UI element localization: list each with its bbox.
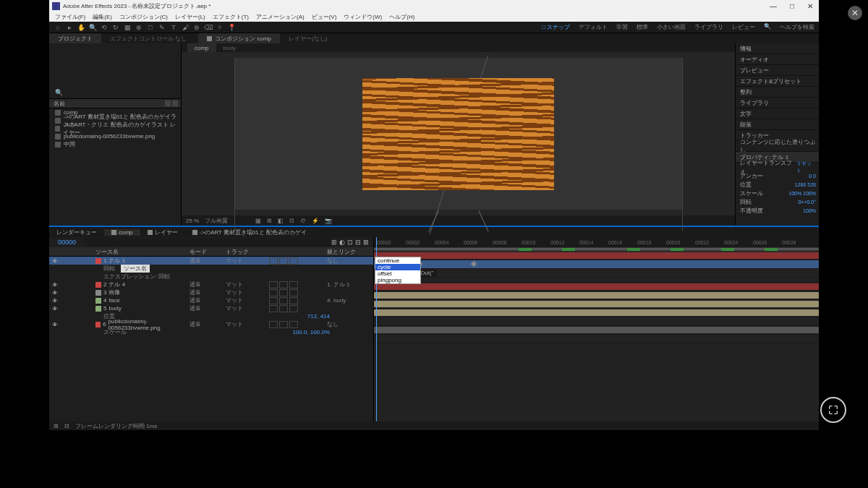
workspace-small[interactable]: 小さい画面 — [657, 23, 686, 31]
switch[interactable] — [279, 257, 288, 265]
switch[interactable] — [289, 257, 298, 265]
tab-project[interactable]: プロジェクト — [49, 33, 101, 43]
blend-mode[interactable]: 通常 — [190, 288, 226, 296]
footer-icon[interactable]: ⊞ — [54, 423, 59, 429]
label-color[interactable] — [95, 322, 101, 328]
dropdown-item[interactable]: pingpong — [375, 277, 420, 283]
layer-name[interactable]: body — [109, 305, 121, 312]
viewer-icon[interactable]: ⏱ — [300, 218, 306, 224]
eye-icon[interactable]: 👁 — [52, 290, 58, 296]
menu-help[interactable]: ヘルプ(H) — [389, 13, 414, 21]
camera-tool-icon[interactable]: ▦ — [123, 23, 132, 32]
track-matte[interactable]: マット — [226, 304, 269, 312]
eye-icon[interactable]: 👁 — [52, 298, 58, 304]
dropdown-item[interactable]: offset — [375, 270, 420, 277]
hand-tool-icon[interactable]: ✋ — [77, 23, 85, 32]
menu-animation[interactable]: アニメーション(A) — [256, 13, 305, 21]
search-icon[interactable]: 🔍 — [764, 23, 771, 31]
switch[interactable] — [269, 289, 278, 296]
switch[interactable] — [279, 289, 288, 296]
switch[interactable] — [289, 289, 298, 296]
timeline-search[interactable] — [85, 238, 331, 247]
switch[interactable] — [269, 297, 278, 304]
tl-icon[interactable]: ⊠ — [363, 239, 369, 246]
menu-effect[interactable]: エフェクト(T) — [213, 13, 249, 21]
dropdown-item-selected[interactable]: cycle — [375, 264, 420, 270]
panel-info[interactable]: 情報 — [736, 43, 819, 54]
blend-mode[interactable]: 通常 — [190, 320, 226, 328]
loopout-dropdown[interactable]: continue cycle offset pingpong — [375, 257, 421, 284]
blend-mode[interactable]: 通常 — [190, 257, 226, 265]
blend-mode[interactable]: 通常 — [190, 304, 226, 312]
eraser-tool-icon[interactable]: ⌫ — [204, 23, 213, 32]
text-tool-icon[interactable]: T — [169, 23, 178, 32]
switch[interactable] — [269, 321, 278, 328]
comp-tab-comp[interactable]: comp — [187, 43, 216, 52]
minimize-button[interactable]: — — [770, 2, 777, 10]
zoom-level[interactable]: 25 % — [186, 218, 199, 224]
close-button[interactable]: ✕ — [807, 2, 813, 10]
col-source[interactable]: ソース名 — [95, 248, 190, 256]
tl-icon[interactable]: ⊟ — [355, 239, 361, 246]
property-value[interactable]: 712, 414 — [307, 313, 373, 320]
proj-btn1[interactable] — [165, 100, 171, 106]
tab-layer[interactable]: レイヤー(なし) — [280, 33, 336, 43]
footer-icon[interactable]: ⊟ — [64, 423, 69, 429]
tab-render-queue[interactable]: レンダーキュー — [49, 228, 104, 236]
workspace-default[interactable]: デフォルト — [579, 23, 608, 31]
panel-paragraph[interactable]: 段落 — [736, 119, 819, 130]
fullscreen-button[interactable] — [820, 397, 846, 423]
layer-row[interactable]: 👁 3画像 通常 マット — [49, 288, 373, 296]
roto-tool-icon[interactable]: ✧ — [216, 23, 224, 32]
property-value[interactable]: 100.0, 100.0% — [292, 329, 373, 335]
anchor-tool-icon[interactable]: ⊕ — [135, 23, 143, 32]
property-name[interactable]: スケール — [103, 328, 127, 336]
label-color[interactable] — [95, 282, 101, 288]
panel-library[interactable]: ライブラリ — [736, 98, 819, 108]
tl-icon[interactable]: ◐ — [339, 239, 345, 246]
label-color[interactable] — [95, 258, 101, 264]
switch[interactable] — [279, 281, 288, 288]
camera-icon[interactable]: 📷 — [325, 218, 332, 224]
snap-toggle[interactable]: □ スナップ — [542, 23, 570, 31]
project-item[interactable]: 中国 — [49, 140, 181, 148]
quality-select[interactable]: フル画質 — [205, 217, 228, 225]
eye-icon[interactable]: 👁 — [52, 322, 58, 328]
blend-mode[interactable]: 通常 — [190, 281, 226, 288]
panel-align[interactable]: 整列 — [736, 87, 819, 98]
selection-tool-icon[interactable]: ▸ — [65, 23, 74, 32]
parent-link[interactable]: なし — [327, 257, 373, 265]
switch[interactable] — [289, 297, 298, 304]
rename-field[interactable]: ソース名 — [121, 265, 150, 273]
puppet-tool-icon[interactable]: 📍 — [227, 23, 236, 32]
project-item[interactable]: ->のART・クリエ 配色表のカゲイラスト レイヤー — [49, 124, 181, 132]
proj-btn2[interactable] — [172, 100, 178, 106]
tl-icon[interactable]: ⊡ — [347, 239, 353, 246]
track-matte[interactable]: マット — [226, 296, 269, 304]
layer-row[interactable]: 👁 2テル 4 通常 マット 1. テル 1 — [49, 281, 373, 288]
menubar[interactable]: ファイル(F) 編集(E) コンポジション(C) レイヤー(L) エフェクト(T… — [49, 12, 819, 22]
project-col-name[interactable]: 名前 — [54, 100, 65, 108]
track-matte[interactable]: マット — [226, 288, 269, 296]
label-color[interactable] — [95, 306, 101, 312]
timeline-track-area[interactable]: 0000000002000040000600008000100001200014… — [374, 237, 819, 421]
switch[interactable] — [289, 321, 298, 328]
menu-edit[interactable]: 編集(E) — [93, 13, 112, 21]
switch[interactable] — [279, 297, 288, 304]
menu-composition[interactable]: コンポジション(C) — [119, 13, 168, 21]
tab-timeline-comp[interactable]: comp — [104, 229, 140, 236]
col-mode[interactable]: モード — [190, 248, 226, 256]
tab-composition[interactable]: コンポジション comp — [198, 33, 280, 43]
shape-tool-icon[interactable]: □ — [146, 23, 155, 32]
layer-row[interactable]: 👁 6publicdomainq-0056233bvwme.png 通常 マット… — [49, 320, 373, 328]
layer-row[interactable]: 👁 5body 通常 マット — [49, 304, 373, 312]
dropdown-item[interactable]: continue — [375, 257, 420, 264]
parent-link[interactable]: 4. body — [327, 297, 373, 304]
track-matte[interactable]: マット — [226, 320, 269, 328]
layer-row[interactable]: 👁 1テル 1 通常 マット なし — [49, 257, 373, 265]
viewer-icon[interactable]: ◧ — [278, 218, 284, 224]
switch[interactable] — [279, 305, 288, 312]
switch[interactable] — [289, 281, 298, 288]
switch[interactable] — [269, 281, 278, 288]
eye-icon[interactable]: 👁 — [52, 258, 58, 264]
